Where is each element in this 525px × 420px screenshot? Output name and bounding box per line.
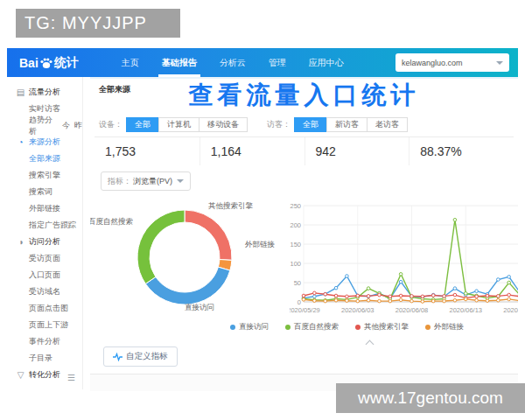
sidebar-item-3-6[interactable]: 事件分析 [7,333,82,350]
legend-dot [355,325,360,330]
device-filter-1[interactable]: 全部 [126,117,159,132]
sidebar-section-3[interactable]: ◑访问分析 [7,234,82,250]
legend-dot [285,325,290,330]
nav-tab-3[interactable]: 分析云 [220,48,246,77]
y-axis-tick: 0 [298,298,301,306]
x-axis-tick: 2020/06/03 [341,306,374,314]
sidebar-item-label: 指定广告跟踪 [29,220,76,231]
metric-selector-label: 指标： [108,176,131,187]
sidebar-item-label: 外部链接 [29,203,60,214]
visitor-filter-label: 访客： [267,119,290,130]
watermark-top: TG: MYYJJPP [16,9,180,38]
donut-label-2: 外部链接 [245,240,275,250]
y-axis-tick: 250 [290,202,301,210]
stat-value-3: 942 [304,137,410,165]
donut-slice-3[interactable] [145,267,230,304]
custom-metric-button[interactable]: 自定义指标 [103,346,178,367]
legend-item-3[interactable]: 其他搜索引擎 [355,322,409,332]
sidebar-item-2-4[interactable]: 外部链接 [7,200,82,217]
donut-chart: 其他搜索引擎外部链接直接访问百度自然搜索 [97,196,272,331]
baidu-tongji-logo[interactable]: Bai 统计 [19,55,79,71]
sidebar-section-label: 转化分析 [29,369,60,381]
nav-tab-5[interactable]: 应用中心 [309,48,344,77]
logo-text-prefix: Bai [19,56,38,70]
nav-tab-2[interactable]: 基础报告 [162,48,197,77]
sidebar-section-label: 流量分析 [29,87,60,98]
collapse-icon[interactable] [366,340,374,347]
sidebar-item-extra-link[interactable]: 昨 [74,120,82,131]
main-content: 全部来源 查看流量入口统计 设备：全部计算机移动设备访客：全部新访客老访客 1,… [90,77,518,391]
sidebar-item-label: 趋势分析 [29,115,58,137]
legend-label: 外部链接 [434,322,464,332]
sidebar-item-2-2[interactable]: 搜索引擎 [7,167,82,184]
legend-label: 其他搜索引擎 [364,322,409,332]
custom-metric-button-label: 自定义指标 [126,351,168,362]
sidebar-section-1[interactable]: ▤流量分析 [7,84,82,101]
stat-value-1: 1,753 [94,137,200,165]
legend-item-4[interactable]: 外部链接 [425,322,464,332]
sidebar-item-extra-link[interactable]: 今 [62,120,70,131]
x-axis-tick: 2020/06/13 [449,306,482,314]
sidebar-item-label: 实时访客 [29,103,60,115]
device-filter-label: 设备： [99,119,122,130]
sidebar-item-label: 事件分析 [29,336,60,347]
y-axis-tick: 50 [294,279,301,287]
nav-tab-4[interactable]: 管理 [269,48,286,77]
sidebar-section-label: 访问分析 [29,236,60,248]
legend-dot [230,325,235,330]
donut-label-4: 百度自然搜索 [90,217,133,228]
metric-selector[interactable]: 指标： 浏览量(PV) [101,172,191,191]
screenshot-canvas: TG: MYYJJPP Bai 统计 主页基础报告分析云管理应用中心 kelaw… [0,0,525,420]
nav-tab-1[interactable]: 主页 [122,48,139,77]
sidebar-section-2[interactable]: ◔来源分析 [7,134,82,150]
sidebar-item-2-5[interactable]: 指定广告跟踪 [7,217,82,234]
chart-legend: 直接访问百度自然搜索其他搜索引擎外部链接 [230,322,480,332]
pulse-icon [113,353,122,361]
visitor-filter-1[interactable]: 全部 [294,117,327,132]
site-selector-dropdown[interactable]: kelawangluo.com [396,53,509,72]
donut-label-1: 其他搜索引擎 [208,201,253,212]
site-selector-value: kelawangluo.com [402,59,463,67]
legend-item-1[interactable]: 直接访问 [230,322,269,332]
filter-bar: 设备：全部计算机移动设备访客：全部新访客老访客 [99,117,427,132]
sidebar-item-label: 子目录 [29,353,52,364]
sidebar-item-label: 搜索引擎 [29,170,60,181]
legend-item-2[interactable]: 百度自然搜索 [285,322,339,332]
sidebar-item-3-2[interactable]: 入口页面 [7,267,82,284]
chevron-down-icon [177,179,184,183]
y-axis-tick: 150 [290,241,301,248]
sidebar-item-3-1[interactable]: 受访页面 [7,250,82,267]
donut-slice-4[interactable] [137,210,185,284]
sidebar-item-3-7[interactable]: 子目录 [7,350,82,367]
sidebar-collapse-icon[interactable]: ☰ [67,373,75,382]
sidebar-item-3-5[interactable]: 页面上下游 [7,317,82,333]
stat-value-2: 1,164 [200,137,304,165]
line-chart: 0501001502002502020/05/292020/06/032020/… [290,201,518,326]
sidebar-item-label: 受访页面 [29,253,60,264]
x-axis-tick: 2020/06/08 [396,306,429,314]
app-window: Bai 统计 主页基础报告分析云管理应用中心 kelawangluo.com ▤… [7,48,518,389]
sidebar-item-2-1[interactable]: 全部来源 [7,150,82,167]
x-axis-tick: 2020/05/29 [290,306,320,314]
legend-label: 百度自然搜索 [294,322,339,332]
sidebar-item-2-3[interactable]: 搜索词 [7,184,82,200]
legend-label: 直接访问 [239,322,269,332]
funnel-icon: ▽ [15,370,26,380]
y-axis-tick: 200 [290,221,301,229]
donut-slice-1[interactable] [185,210,232,260]
sidebar-item-1-2[interactable]: 趋势分析今昨 [7,117,82,134]
device-filter-2[interactable]: 计算机 [158,117,200,132]
sidebar-item-3-3[interactable]: 受访域名 [7,284,82,300]
sidebar-item-label: 入口页面 [29,270,60,281]
chevron-down-icon [496,61,503,65]
sidebar-item-label: 全部来源 [29,153,60,164]
main-nav: 主页基础报告分析云管理应用中心 [110,48,355,77]
visitor-filter-3[interactable]: 老访客 [367,117,408,132]
watermark-bottom: www.17gentou.com [336,383,525,413]
device-filter-group: 全部计算机移动设备 [127,117,248,132]
visitor-filter-2[interactable]: 新访客 [326,117,368,132]
stats-row: 1,7531,16494288.37% [94,136,514,165]
sidebar-item-3-4[interactable]: 页面点击图 [7,300,82,317]
sidebar-item-label: 搜索词 [29,186,52,198]
device-filter-3[interactable]: 移动设备 [199,117,248,132]
